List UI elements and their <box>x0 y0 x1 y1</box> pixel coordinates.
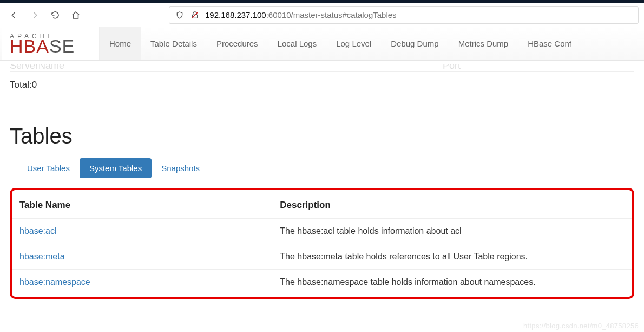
page-content: ServerName Port Total:0 Tables User Tabl… <box>0 61 644 315</box>
table-header-row: Table Name Description <box>12 192 632 219</box>
url-text: 192.168.237.100:60010/master-status#cata… <box>205 10 397 19</box>
app-navbar: APACHE HBASE Home Table Details Procedur… <box>0 27 644 61</box>
nav-items: Home Table Details Procedures Local Logs… <box>100 27 581 60</box>
watermark-text: https://blog.csdn.net/m0_48758256 <box>523 322 639 330</box>
browser-toolbar: 192.168.237.100:60010/master-status#cata… <box>0 3 644 27</box>
system-tables-table: Table Name Description hbase:acl The hba… <box>12 192 632 295</box>
tab-system-tables[interactable]: System Tables <box>80 158 152 178</box>
col-description: Description <box>272 192 632 219</box>
col-table-name: Table Name <box>12 192 272 219</box>
server-total: Total:0 <box>10 72 634 94</box>
nav-hbase-conf[interactable]: HBase Conf <box>518 27 581 60</box>
server-summary-header: ServerName Port <box>10 64 634 72</box>
table-desc: The hbase:namespace table holds informat… <box>272 270 632 295</box>
highlight-annotation: Table Name Description hbase:acl The hba… <box>10 188 634 299</box>
table-link-namespace[interactable]: hbase:namespace <box>19 277 90 287</box>
arrow-right-icon <box>30 10 40 20</box>
tables-tabs: User Tables System Tables Snapshots <box>17 158 634 178</box>
table-row: hbase:meta The hbase:meta table holds re… <box>12 244 632 270</box>
nav-table-details[interactable]: Table Details <box>141 27 207 60</box>
nav-metrics-dump[interactable]: Metrics Dump <box>449 27 518 60</box>
server-name-header: ServerName <box>10 64 443 71</box>
home-icon <box>71 10 81 20</box>
nav-procedures[interactable]: Procedures <box>207 27 268 60</box>
home-button[interactable] <box>67 6 84 24</box>
nav-local-logs[interactable]: Local Logs <box>268 27 327 60</box>
url-bar[interactable]: 192.168.237.100:60010/master-status#cata… <box>169 6 639 24</box>
reload-button[interactable] <box>47 6 64 24</box>
shield-icon <box>175 10 185 20</box>
nav-debug-dump[interactable]: Debug Dump <box>381 27 448 60</box>
table-link-acl[interactable]: hbase:acl <box>19 226 57 236</box>
table-row: hbase:namespace The hbase:namespace tabl… <box>12 270 632 295</box>
table-desc: The hbase:meta table holds references to… <box>272 244 632 270</box>
lock-strikethrough-icon <box>190 10 200 20</box>
tab-user-tables[interactable]: User Tables <box>17 158 80 178</box>
nav-home[interactable]: Home <box>100 27 141 60</box>
brand-logo[interactable]: APACHE HBASE <box>2 27 100 60</box>
tab-snapshots[interactable]: Snapshots <box>152 158 209 178</box>
table-row: hbase:acl The hbase:acl table holds info… <box>12 219 632 244</box>
tables-title: Tables <box>10 124 634 148</box>
nav-log-level[interactable]: Log Level <box>326 27 381 60</box>
arrow-left-icon <box>9 10 19 20</box>
forward-button[interactable] <box>26 6 43 24</box>
back-button[interactable] <box>5 6 23 24</box>
table-desc: The hbase:acl table holds information ab… <box>272 219 632 244</box>
brand-hbase-text: HBASE <box>10 37 91 55</box>
table-link-meta[interactable]: hbase:meta <box>19 252 65 261</box>
server-port-header: Port <box>443 64 461 71</box>
reload-icon <box>50 10 60 20</box>
